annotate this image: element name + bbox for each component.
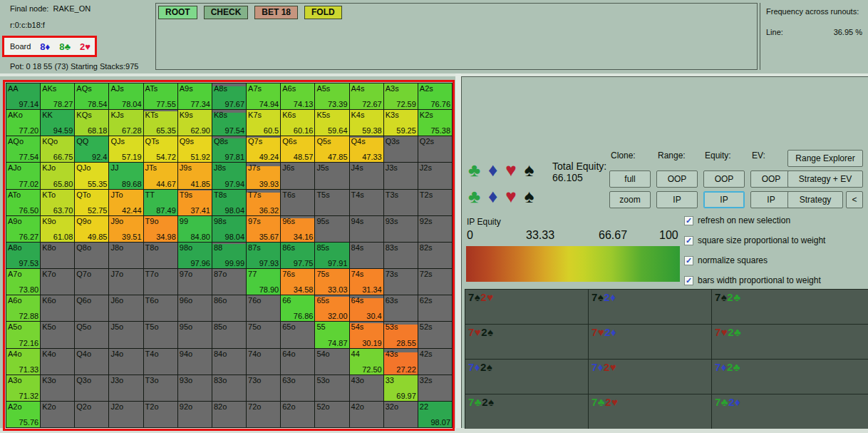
grid-cell-q2o[interactable]: Q2o	[75, 402, 108, 427]
grid-cell-43o[interactable]: 43o	[350, 375, 383, 401]
grid-cell-j8o[interactable]: J8o	[109, 243, 143, 268]
grid-cell-q3s[interactable]: Q3s	[384, 136, 418, 162]
action-tab-bet-18[interactable]: BET 18	[254, 6, 298, 19]
grid-cell-93o[interactable]: 93o	[178, 375, 212, 401]
grid-cell-t2o[interactable]: T2o	[144, 402, 177, 427]
grid-cell-j4o[interactable]: J4o	[109, 349, 143, 375]
grid-cell-74s[interactable]: 74s31.34	[350, 269, 383, 295]
checkbox-icon[interactable]: ✓	[684, 276, 693, 285]
grid-cell-k3s[interactable]: K3s59.25	[384, 110, 418, 136]
grid-cell-q8s[interactable]: Q8s97.81	[212, 136, 246, 162]
action-tab-fold[interactable]: FOLD	[304, 6, 342, 19]
grid-cell-a7s[interactable]: A7s74.94	[247, 83, 280, 109]
grid-cell-42o[interactable]: 42o	[350, 402, 383, 427]
grid-cell-t4o[interactable]: T4o	[144, 349, 177, 375]
grid-cell-jts[interactable]: JTs44.67	[144, 163, 177, 188]
grid-cell-q9s[interactable]: Q9s51.92	[178, 136, 212, 162]
grid-cell-j3o[interactable]: J3o	[109, 375, 143, 401]
grid-cell-98s[interactable]: 98s98.04	[212, 216, 246, 242]
action-tab-check[interactable]: CHECK	[204, 6, 249, 19]
grid-cell-22[interactable]: 2298.07	[418, 402, 452, 427]
checkbox-bars-width-proportional-to-weight[interactable]: ✓bars width proportional to weight	[684, 275, 821, 285]
ev-ip-button[interactable]: IP	[750, 191, 792, 208]
grid-cell-a2s[interactable]: A2s76.76	[418, 83, 452, 109]
grid-cell-j7s[interactable]: J7s39.93	[247, 163, 280, 188]
grid-cell-65s[interactable]: 65s32.00	[315, 295, 348, 321]
grid-cell-95s[interactable]: 95s	[315, 216, 348, 242]
grid-cell-k5s[interactable]: K5s59.64	[315, 110, 348, 136]
grid-cell-64s[interactable]: 64s30.4	[350, 295, 383, 321]
grid-cell-q4o[interactable]: Q4o	[75, 349, 108, 375]
grid-cell-76o[interactable]: 76o	[247, 295, 280, 321]
grid-cell-73s[interactable]: 73s	[384, 269, 418, 295]
grid-cell-k9o[interactable]: K9o61.08	[41, 216, 74, 242]
combo-cell-7s2c[interactable]: 7♠2♣	[712, 290, 868, 324]
range-oop-button[interactable]: OOP	[656, 170, 698, 188]
grid-cell-99[interactable]: 9984.80	[178, 216, 212, 242]
range-explorer-button[interactable]: Range Explorer	[787, 150, 863, 167]
spade-icon[interactable]: ♠	[525, 161, 534, 178]
grid-cell-a9o[interactable]: A9o76.27	[6, 216, 40, 242]
ev-oop-button[interactable]: OOP	[750, 170, 792, 188]
grid-cell-65o[interactable]: 65o	[281, 322, 314, 347]
grid-cell-q7o[interactable]: Q7o	[75, 269, 108, 295]
grid-cell-kto[interactable]: KTo63.70	[41, 190, 74, 215]
grid-cell-k8o[interactable]: K8o	[41, 243, 74, 268]
grid-cell-ajo[interactable]: AJo77.02	[6, 163, 40, 188]
grid-cell-96o[interactable]: 96o	[178, 295, 212, 321]
grid-cell-53s[interactable]: 53s28.55	[384, 322, 418, 347]
grid-cell-62s[interactable]: 62s	[418, 295, 452, 321]
club-icon[interactable]: ♣	[468, 188, 480, 205]
grid-cell-84s[interactable]: 84s	[350, 243, 383, 268]
grid-cell-j8s[interactable]: J8s97.94	[212, 163, 246, 188]
grid-cell-q8o[interactable]: Q8o	[75, 243, 108, 268]
back-button[interactable]: <	[846, 191, 863, 208]
combo-cell-7d2s[interactable]: 7♦2♠	[465, 360, 588, 394]
checkbox-icon[interactable]: ✓	[684, 236, 693, 245]
grid-cell-a3o[interactable]: A3o71.32	[6, 375, 40, 401]
grid-cell-73o[interactable]: 73o	[247, 375, 280, 401]
combo-cell-7c2d[interactable]: 7♣2♦	[712, 394, 868, 429]
grid-cell-a9s[interactable]: A9s77.34	[178, 83, 212, 109]
grid-cell-j9o[interactable]: J9o39.51	[109, 216, 143, 242]
grid-cell-86o[interactable]: 86o	[212, 295, 246, 321]
grid-cell-kts[interactable]: KTs65.35	[144, 110, 177, 136]
grid-cell-j4s[interactable]: J4s	[350, 163, 383, 188]
grid-cell-94o[interactable]: 94o	[178, 349, 212, 375]
combo-cell-7s2d[interactable]: 7♠2♦	[589, 290, 711, 324]
grid-cell-k2o[interactable]: K2o	[41, 402, 74, 427]
checkbox-refresh-on-new-selection[interactable]: ✓refresh on new selection	[684, 215, 790, 225]
grid-cell-q6o[interactable]: Q6o	[75, 295, 108, 321]
grid-cell-t7s[interactable]: T7s36.32	[247, 190, 280, 215]
grid-cell-qto[interactable]: QTo52.75	[75, 190, 108, 215]
checkbox-normalize-squares[interactable]: ✓normalize squares	[684, 255, 768, 265]
grid-cell-63o[interactable]: 63o	[281, 375, 314, 401]
grid-cell-82s[interactable]: 82s	[418, 243, 452, 268]
grid-cell-83o[interactable]: 83o	[212, 375, 246, 401]
grid-cell-t8s[interactable]: T8s98.04	[212, 190, 246, 215]
grid-cell-32o[interactable]: 32o	[384, 402, 418, 427]
heart-icon[interactable]: ♥	[505, 188, 516, 205]
grid-cell-85o[interactable]: 85o	[212, 322, 246, 347]
grid-cell-92o[interactable]: 92o	[178, 402, 212, 427]
grid-cell-88[interactable]: 8899.99	[212, 243, 246, 268]
grid-cell-ato[interactable]: ATo76.50	[6, 190, 40, 215]
clone-full-button[interactable]: full	[609, 170, 651, 188]
grid-cell-j5o[interactable]: J5o	[109, 322, 143, 347]
grid-cell-a6s[interactable]: A6s74.13	[281, 83, 314, 109]
combo-cell-7h2d[interactable]: 7♥2♦	[589, 325, 711, 359]
grid-cell-kqo[interactable]: KQo66.75	[41, 136, 74, 162]
grid-cell-j9s[interactable]: J9s41.85	[178, 163, 212, 188]
combo-cell-7h2s[interactable]: 7♥2♠	[465, 325, 588, 359]
grid-cell-64o[interactable]: 64o	[281, 349, 314, 375]
strategy-ev-button[interactable]: Strategy + EV	[787, 170, 863, 188]
grid-cell-54s[interactable]: 54s30.19	[350, 322, 383, 347]
grid-cell-33[interactable]: 3369.97	[384, 375, 418, 401]
grid-cell-84o[interactable]: 84o	[212, 349, 246, 375]
grid-cell-82o[interactable]: 82o	[212, 402, 246, 427]
grid-cell-j2o[interactable]: J2o	[109, 402, 143, 427]
grid-cell-95o[interactable]: 95o	[178, 322, 212, 347]
grid-cell-j2s[interactable]: J2s	[418, 163, 452, 188]
grid-cell-t5o[interactable]: T5o	[144, 322, 177, 347]
grid-cell-jto[interactable]: JTo42.44	[109, 190, 143, 215]
